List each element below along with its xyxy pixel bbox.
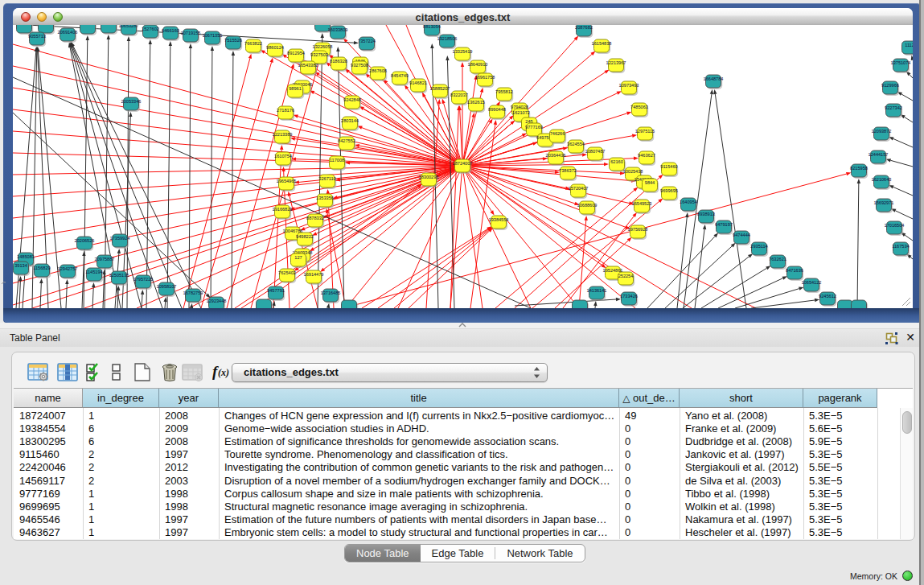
table-cell[interactable]: 2009 <box>165 422 217 435</box>
graph-node[interactable]: 9227342 <box>885 104 902 118</box>
graph-node[interactable]: 1640954 <box>680 198 697 212</box>
tab-network-table[interactable]: Network Table <box>495 545 584 562</box>
function-builder-icon[interactable]: f (x) <box>212 363 234 382</box>
graph-node[interactable]: 15720407 <box>569 184 589 199</box>
table-cell[interactable]: 6 <box>88 422 158 435</box>
graph-node[interactable]: 1353356 <box>316 194 334 208</box>
graph-node[interactable]: 8186328 <box>330 57 347 72</box>
tab-node-table[interactable]: Node Table <box>345 545 421 562</box>
graph-node[interactable]: 8215958 <box>850 164 868 179</box>
table-cell[interactable]: Genome−wide association studies in ADHD. <box>224 422 618 435</box>
table-cell[interactable]: 5.3E−5 <box>809 409 876 422</box>
table-cell[interactable]: 6 <box>88 435 158 448</box>
table-cell[interactable]: 1 <box>88 513 158 526</box>
table-cell[interactable]: Tibbo et al. (1998) <box>685 487 802 501</box>
table-cell[interactable]: 1998 <box>165 487 217 501</box>
table-cell[interactable]: 5.3E−5 <box>809 487 876 501</box>
table-cell[interactable]: 2 <box>88 460 158 474</box>
graph-node[interactable]: 16782759 <box>183 289 203 303</box>
table-cell[interactable]: 0 <box>625 513 678 526</box>
table-cell[interactable]: 9115460 <box>19 447 81 461</box>
graph-node[interactable] <box>342 300 359 308</box>
column-header-out_de[interactable]: △ out_de… <box>619 389 680 408</box>
graph-node[interactable]: 12213967 <box>606 59 626 73</box>
table-cell[interactable]: 5.9E−5 <box>809 435 876 448</box>
graph-node[interactable]: 10973493 <box>619 81 639 96</box>
table-cell[interactable]: Nakamura et al. (1997) <box>685 513 802 526</box>
table-cell[interactable]: Wolkin et al. (1998) <box>685 500 802 513</box>
graph-node[interactable]: 16961758 <box>475 73 495 88</box>
table-options-icon[interactable] <box>27 363 49 382</box>
table-cell[interactable]: 9465546 <box>19 513 81 526</box>
graph-node[interactable]: 10653287 <box>119 25 139 36</box>
table-cell[interactable]: 5.3E−5 <box>809 513 876 526</box>
table-cell[interactable]: 0 <box>625 500 678 513</box>
float-panel-icon[interactable] <box>885 332 898 344</box>
graph-node[interactable]: 6479197 <box>715 220 733 235</box>
node-table-grid[interactable]: namein_degreeyeartitle△ out_de…shortpage… <box>14 388 913 539</box>
graph-node[interactable]: 1145194 <box>85 268 103 282</box>
graph-node[interactable]: 9844 <box>643 179 659 193</box>
graph-node[interactable]: 9860124 <box>266 43 284 58</box>
table-cell[interactable]: 19384554 <box>19 422 81 435</box>
graph-node[interactable]: 746266 <box>550 130 567 144</box>
citation-graph[interactable]: 9055713206914061065328715276026466160107… <box>13 25 913 308</box>
table-cell[interactable]: 14569117 <box>19 474 81 488</box>
table-cell[interactable]: 9463627 <box>19 525 81 539</box>
graph-node[interactable]: 17016504 <box>885 221 905 236</box>
graph-node[interactable]: 1527602 <box>142 25 159 39</box>
table-cell[interactable]: Stergiakouli et al. (2012) <box>685 460 802 474</box>
table-cell[interactable]: Structural magnetic resonance image aver… <box>224 500 618 513</box>
window-resize-grip[interactable] <box>901 297 911 307</box>
new-column-icon[interactable] <box>133 363 154 382</box>
graph-node[interactable]: 7357224 <box>358 37 376 51</box>
graph-node[interactable]: 7663822 <box>244 39 262 54</box>
graph-node[interactable]: 1112 <box>902 41 914 56</box>
graph-node[interactable]: 7386372 <box>559 167 577 181</box>
graph-node[interactable]: 1362615 <box>467 98 485 113</box>
network-canvas[interactable]: 9055713206914061065328715276026466160107… <box>13 25 913 308</box>
table-cell[interactable]: Tourette syndrome. Phenomenology and cla… <box>224 447 618 461</box>
graph-node[interactable] <box>101 25 118 35</box>
graph-node[interactable]: 14136141 <box>587 286 607 301</box>
column-header-in_degree[interactable]: in_degree <box>83 389 159 408</box>
graph-node[interactable]: 16914479 <box>304 270 324 285</box>
graph-node[interactable]: 15692971 <box>874 199 894 213</box>
graph-node[interactable]: 8322037 <box>450 91 468 105</box>
graph-node[interactable]: 7515526 <box>224 36 242 51</box>
table-cell[interactable]: 5.3E−5 <box>809 525 876 539</box>
graph-node[interactable]: 20691406 <box>58 28 78 43</box>
graph-node[interactable]: 20206526 <box>75 237 95 251</box>
graph-node[interactable]: 252254 <box>618 272 635 286</box>
graph-node[interactable]: 7625402 <box>278 269 296 283</box>
graph-node[interactable]: 8471636 <box>786 266 803 281</box>
table-cell[interactable]: 0 <box>625 422 678 435</box>
network-window[interactable]: citations_edges.txt 90557132069140610653… <box>3 3 921 323</box>
table-cell[interactable]: 0 <box>625 525 678 539</box>
graph-node[interactable]: 19218506 <box>437 35 458 49</box>
graph-node[interactable]: 9146821 <box>409 79 427 93</box>
column-header-pagerank[interactable]: pagerank <box>803 389 877 408</box>
graph-node[interactable]: 12093872 <box>872 127 892 142</box>
graph-node[interactable]: 15885207 <box>430 84 450 99</box>
graph-node[interactable]: 20053346 <box>121 97 142 112</box>
table-cell[interactable]: Estimation of significance thresholds fo… <box>224 435 618 448</box>
table-cell[interactable]: 9777169 <box>19 487 81 501</box>
graph-node[interactable]: 13325419 <box>453 47 473 62</box>
graph-node[interactable]: 9115460 <box>660 163 678 177</box>
table-cell[interactable]: 5.3E−5 <box>809 500 876 513</box>
table-cell[interactable]: de Silva et al. (2003) <box>685 474 802 488</box>
graph-node[interactable]: 8813054 <box>423 25 441 37</box>
table-cell[interactable]: 5.5E−5 <box>809 460 876 474</box>
table-cell[interactable]: 2 <box>88 474 158 488</box>
graph-node[interactable]: 117008 <box>330 156 347 171</box>
graph-node[interactable]: 8938913 <box>697 210 715 225</box>
graph-node[interactable]: 12975115 <box>635 127 655 142</box>
graph-node[interactable]: 1733426 <box>620 292 638 307</box>
graph-node[interactable] <box>80 25 97 35</box>
table-cell[interactable]: 1997 <box>165 525 217 539</box>
table-scrollbar[interactable] <box>900 408 913 539</box>
table-cell[interactable]: 2008 <box>165 435 217 448</box>
graph-node[interactable]: 1156829 <box>33 264 51 278</box>
table-cell[interactable]: 1 <box>88 525 158 539</box>
